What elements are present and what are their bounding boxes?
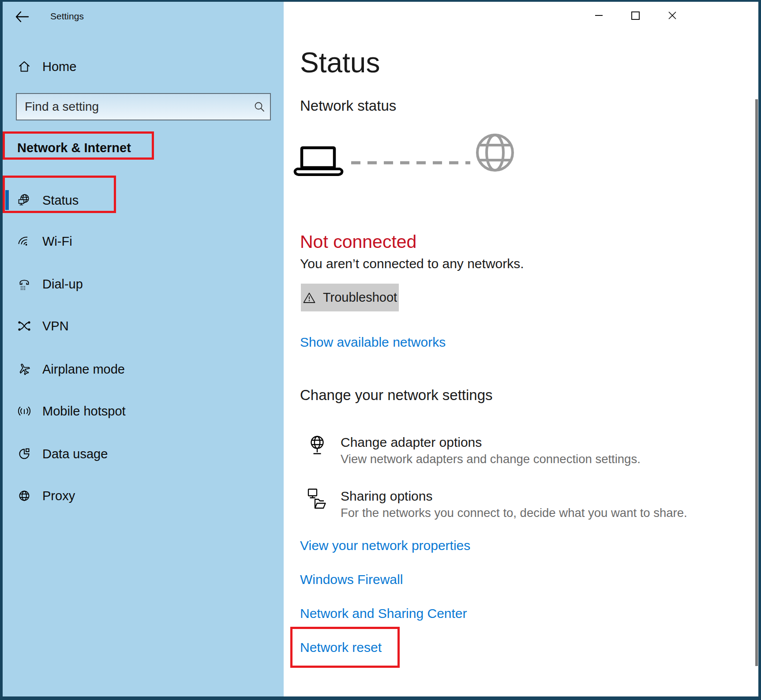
row-description: For the networks you connect to, decide …: [341, 505, 687, 520]
sidebar-item-airplane-mode[interactable]: Airplane mode: [16, 356, 125, 382]
search-box[interactable]: [16, 93, 271, 120]
sharing-options-row[interactable]: Sharing options For the networks you con…: [306, 488, 687, 520]
globe-icon: [17, 489, 31, 503]
hotspot-icon: [17, 404, 31, 418]
change-settings-heading: Change your network settings: [300, 386, 493, 405]
close-icon: [668, 11, 677, 20]
home-icon: [17, 60, 31, 74]
sidebar-item-label: Mobile hotspot: [42, 404, 126, 419]
sidebar-item-label: Status: [42, 193, 79, 208]
sidebar-item-label: Proxy: [42, 489, 75, 503]
sidebar-item-label: Dial-up: [42, 277, 83, 292]
app-title: Settings: [50, 11, 84, 22]
connection-state: Not connected: [300, 231, 416, 252]
pie-chart-icon: [17, 447, 31, 461]
network-sharing-center-link[interactable]: Network and Sharing Center: [300, 605, 467, 622]
network-reset-link[interactable]: Network reset: [300, 639, 382, 656]
show-available-networks-link[interactable]: Show available networks: [300, 334, 446, 351]
search-icon: [249, 101, 270, 113]
warning-icon: [303, 292, 316, 304]
airplane-icon: [17, 362, 31, 376]
sidebar-item-home[interactable]: Home: [16, 53, 76, 80]
wifi-icon: [17, 234, 31, 248]
maximize-icon: [631, 11, 640, 20]
sidebar-item-wifi[interactable]: Wi-Fi: [16, 228, 72, 255]
sidebar: Settings Home Network & Internet: [3, 2, 284, 696]
sidebar-item-label: Data usage: [42, 447, 108, 461]
minimize-icon: [595, 15, 603, 16]
sidebar-item-label: Wi-Fi: [42, 234, 72, 249]
sidebar-section-title: Network & Internet: [17, 141, 131, 155]
view-network-properties-link[interactable]: View your network properties: [300, 537, 470, 554]
vpn-icon: [17, 319, 31, 333]
search-input[interactable]: [17, 100, 249, 114]
scrollbar-thumb[interactable]: [755, 99, 758, 666]
maximize-button[interactable]: [624, 4, 646, 26]
sidebar-item-dialup[interactable]: Dial-up: [16, 271, 83, 297]
row-description: View network adapters and change connect…: [341, 451, 641, 467]
sidebar-item-proxy[interactable]: Proxy: [16, 483, 75, 509]
internet-globe-icon: [474, 131, 516, 174]
network-status-heading: Network status: [300, 96, 396, 116]
adapter-globe-icon: [306, 434, 328, 457]
sidebar-item-label: Home: [42, 60, 76, 74]
dialup-phone-icon: [17, 277, 31, 291]
troubleshoot-button[interactable]: Troubleshoot: [301, 284, 399, 311]
sharing-printer-folder-icon: [306, 488, 328, 511]
minimize-button[interactable]: [588, 4, 610, 26]
sidebar-item-mobile-hotspot[interactable]: Mobile hotspot: [16, 398, 126, 424]
sidebar-item-label: Airplane mode: [42, 362, 125, 377]
back-arrow-icon: [15, 11, 29, 23]
page-title: Status: [300, 46, 380, 79]
laptop-icon: [291, 146, 346, 180]
sidebar-item-label: VPN: [42, 319, 69, 333]
globe-monitor-icon: [17, 193, 31, 207]
sidebar-item-data-usage[interactable]: Data usage: [16, 441, 108, 467]
close-button[interactable]: [661, 4, 683, 26]
sidebar-item-vpn[interactable]: VPN: [16, 313, 69, 339]
sidebar-item-status[interactable]: Status: [16, 187, 79, 213]
back-button[interactable]: [13, 9, 31, 25]
connection-dashed-line: [351, 161, 470, 165]
main-panel: Status Network status Not connected You …: [284, 2, 758, 696]
row-title: Change adapter options: [341, 434, 641, 451]
troubleshoot-label: Troubleshoot: [323, 290, 397, 305]
change-adapter-options-row[interactable]: Change adapter options View network adap…: [306, 434, 641, 467]
selected-item-accent-bar: [5, 190, 9, 210]
row-title: Sharing options: [341, 488, 687, 505]
connection-description: You aren’t connected to any networks.: [300, 255, 524, 273]
windows-firewall-link[interactable]: Windows Firewall: [300, 571, 403, 588]
